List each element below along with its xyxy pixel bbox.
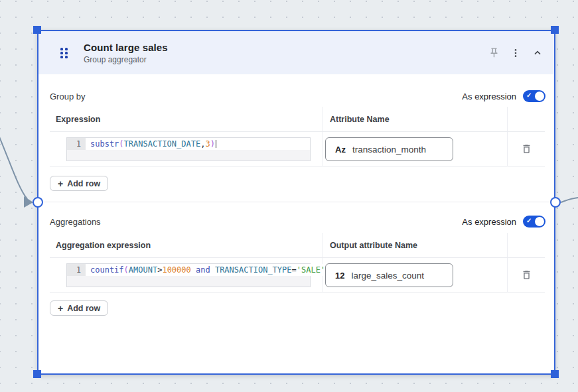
trash-icon — [521, 269, 532, 281]
attribute-name-input[interactable]: Az transaction_month — [325, 137, 453, 161]
add-row-label: Add row — [67, 179, 100, 188]
aggregations-table: Aggregation expression Output attribute … — [50, 233, 545, 293]
add-row-label: Add row — [67, 304, 100, 313]
more-options-icon[interactable] — [510, 47, 522, 59]
input-edge-line — [0, 135, 27, 199]
pipeline-canvas[interactable]: Count large sales Group aggregator Group… — [0, 0, 578, 392]
row-actions-cell — [508, 258, 545, 293]
as-expression-label: As expression — [462, 217, 516, 227]
column-header-actions — [508, 233, 545, 258]
input-edge-arrow-icon — [24, 196, 33, 208]
pin-icon[interactable] — [488, 47, 500, 59]
attribute-name-cell: Az transaction_month — [323, 132, 508, 166]
input-port[interactable] — [33, 197, 43, 208]
node-title: Count large sales — [84, 42, 168, 53]
check-icon: ✓ — [526, 217, 532, 224]
line-number: 1 — [67, 138, 86, 150]
attribute-name-value: transaction_month — [352, 145, 426, 155]
plus-icon: + — [58, 179, 63, 188]
column-header-actions — [508, 107, 545, 132]
node-header-actions — [488, 47, 543, 59]
output-port[interactable] — [550, 197, 561, 208]
node-subtitle: Group aggregator — [84, 55, 168, 64]
resize-handle-top-right[interactable] — [551, 26, 559, 34]
column-header-output-attribute-name: Output attribute Name — [323, 233, 508, 258]
delete-row-button[interactable] — [520, 268, 534, 282]
expression-code: substr(TRANSACTION_DATE,3) — [86, 138, 310, 150]
resize-handle-bottom-right[interactable] — [551, 370, 559, 378]
node-titles: Count large sales Group aggregator — [84, 42, 168, 64]
editor-empty-area — [67, 276, 331, 287]
expression-code-editor[interactable]: 1 substr(TRANSACTION_DATE,3) — [66, 137, 311, 161]
groupby-header-row: Group by As expression ✓ — [50, 90, 545, 103]
aggregations-label: Aggregations — [50, 217, 101, 227]
check-icon: ✓ — [526, 92, 532, 99]
aggregations-header-row: Aggregations As expression ✓ — [50, 215, 545, 228]
toggle-knob — [535, 217, 544, 226]
trash-icon — [521, 143, 532, 155]
as-expression-toggle[interactable]: ✓ — [523, 216, 545, 228]
aggregation-expression-cell: 1 countif(AMOUNT>100000 and TRANSACTION_… — [50, 258, 323, 293]
column-header-attribute-name: Attribute Name — [323, 107, 508, 132]
number-type-badge: 12 — [335, 271, 344, 281]
aggregation-code: countif(AMOUNT>100000 and TRANSACTION_TY… — [86, 264, 331, 276]
output-edge-line — [561, 198, 578, 202]
aggregations-add-row-button[interactable]: + Add row — [50, 300, 108, 316]
groupby-toggle-wrap: As expression ✓ — [462, 90, 545, 102]
node-header: Count large sales Group aggregator — [38, 31, 554, 74]
column-header-expression: Expression — [50, 107, 323, 132]
as-expression-toggle[interactable]: ✓ — [523, 90, 545, 102]
output-attribute-name-value: large_sales_count — [351, 271, 424, 281]
resize-handle-top-left[interactable] — [33, 26, 41, 34]
drag-handle-icon[interactable] — [60, 48, 68, 58]
output-attribute-name-input[interactable]: 12 large_sales_count — [325, 263, 453, 287]
groupby-label: Group by — [50, 92, 85, 101]
plus-icon: + — [58, 304, 63, 313]
expression-cell: 1 substr(TRANSACTION_DATE,3) — [50, 132, 323, 166]
line-number: 1 — [67, 264, 86, 276]
editor-empty-area — [67, 150, 310, 161]
node-count-large-sales[interactable]: Count large sales Group aggregator Group… — [37, 30, 555, 375]
as-expression-label: As expression — [462, 92, 516, 101]
string-type-badge: Az — [335, 145, 346, 155]
row-actions-cell — [508, 132, 545, 166]
aggregations-toggle-wrap: As expression ✓ — [462, 216, 545, 228]
groupby-table: Expression Attribute Name 1 substr(TRANS… — [50, 107, 545, 166]
aggregation-code-editor[interactable]: 1 countif(AMOUNT>100000 and TRANSACTION_… — [66, 263, 311, 287]
section-divider — [38, 202, 554, 202]
collapse-chevron-icon[interactable] — [532, 47, 543, 59]
delete-row-button[interactable] — [520, 142, 534, 156]
resize-handle-bottom-left[interactable] — [33, 370, 41, 378]
column-header-aggregation-expression: Aggregation expression — [50, 233, 323, 258]
toggle-knob — [535, 92, 544, 101]
output-attribute-name-cell: 12 large_sales_count — [323, 258, 508, 293]
groupby-add-row-button[interactable]: + Add row — [50, 176, 108, 191]
